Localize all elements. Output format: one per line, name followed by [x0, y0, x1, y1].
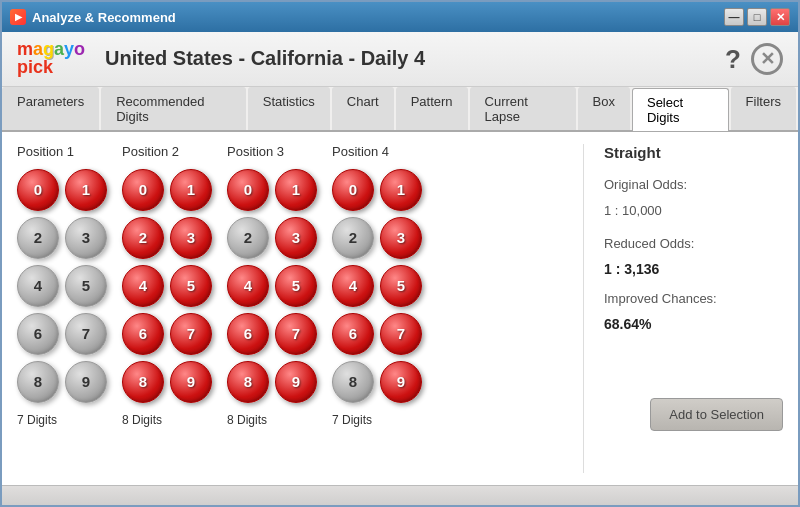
header: magayo pick United States - California -…: [2, 32, 798, 87]
ball-p1-3[interactable]: 3: [65, 217, 107, 259]
add-to-selection-button[interactable]: Add to Selection: [650, 398, 783, 431]
stats-panel: Straight Original Odds: 1 : 10,000 Reduc…: [583, 144, 783, 473]
digits-count-3: 8 Digits: [227, 413, 267, 427]
ball-p3-3[interactable]: 3: [275, 217, 317, 259]
balls-grid-1: 0123456789: [17, 169, 107, 403]
ball-p2-3[interactable]: 3: [170, 217, 212, 259]
ball-p2-0[interactable]: 0: [122, 169, 164, 211]
main-window: ▶ Analyze & Recommend — □ ✕ magayo pick …: [0, 0, 800, 507]
ball-p4-7[interactable]: 7: [380, 313, 422, 355]
ball-p3-7[interactable]: 7: [275, 313, 317, 355]
tab-chart[interactable]: Chart: [332, 87, 394, 130]
ball-p3-4[interactable]: 4: [227, 265, 269, 307]
original-odds-label: Original Odds:: [604, 175, 783, 196]
improved-chances-label: Improved Chances:: [604, 289, 783, 310]
ball-p2-4[interactable]: 4: [122, 265, 164, 307]
tab-parameters[interactable]: Parameters: [2, 87, 99, 130]
ball-p1-8[interactable]: 8: [17, 361, 59, 403]
ball-p4-0[interactable]: 0: [332, 169, 374, 211]
header-icons: ? ✕: [725, 43, 783, 75]
ball-p1-7[interactable]: 7: [65, 313, 107, 355]
position-col-4: Position 401234567897 Digits: [332, 144, 422, 473]
help-button[interactable]: ?: [725, 46, 741, 72]
ball-p1-5[interactable]: 5: [65, 265, 107, 307]
positions-area: Position 101234567897 DigitsPosition 201…: [17, 144, 563, 473]
balls-grid-3: 0123456789: [227, 169, 317, 403]
original-odds-value: 1 : 10,000: [604, 201, 783, 222]
ball-p1-4[interactable]: 4: [17, 265, 59, 307]
tab-bar: ParametersRecommended DigitsStatisticsCh…: [2, 87, 798, 132]
position-label-3: Position 3: [227, 144, 284, 159]
header-close-button[interactable]: ✕: [751, 43, 783, 75]
digits-count-2: 8 Digits: [122, 413, 162, 427]
ball-p4-4[interactable]: 4: [332, 265, 374, 307]
maximize-button[interactable]: □: [747, 8, 767, 26]
ball-p4-1[interactable]: 1: [380, 169, 422, 211]
ball-p2-2[interactable]: 2: [122, 217, 164, 259]
ball-p3-5[interactable]: 5: [275, 265, 317, 307]
ball-p4-8[interactable]: 8: [332, 361, 374, 403]
improved-chances-value: 68.64%: [604, 316, 783, 332]
reduced-odds-value: 1 : 3,136: [604, 261, 783, 277]
ball-p4-5[interactable]: 5: [380, 265, 422, 307]
minimize-button[interactable]: —: [724, 8, 744, 26]
position-label-4: Position 4: [332, 144, 389, 159]
ball-p2-6[interactable]: 6: [122, 313, 164, 355]
app-icon: ▶: [10, 9, 26, 25]
logo: magayo pick: [17, 40, 85, 78]
stats-title: Straight: [604, 144, 783, 161]
tab-current-lapse[interactable]: Current Lapse: [470, 87, 576, 130]
ball-p2-5[interactable]: 5: [170, 265, 212, 307]
reduced-odds-label: Reduced Odds:: [604, 234, 783, 255]
ball-p2-1[interactable]: 1: [170, 169, 212, 211]
window-close-button[interactable]: ✕: [770, 8, 790, 26]
title-bar-left: ▶ Analyze & Recommend: [10, 9, 176, 25]
digits-count-1: 7 Digits: [17, 413, 57, 427]
balls-grid-2: 0123456789: [122, 169, 212, 403]
ball-p3-2[interactable]: 2: [227, 217, 269, 259]
ball-p4-9[interactable]: 9: [380, 361, 422, 403]
tab-select-digits[interactable]: Select Digits: [632, 88, 729, 131]
window-title: Analyze & Recommend: [32, 10, 176, 25]
ball-p3-0[interactable]: 0: [227, 169, 269, 211]
ball-p2-8[interactable]: 8: [122, 361, 164, 403]
ball-p1-6[interactable]: 6: [17, 313, 59, 355]
balls-grid-4: 0123456789: [332, 169, 422, 403]
position-col-3: Position 301234567898 Digits: [227, 144, 317, 473]
ball-p4-3[interactable]: 3: [380, 217, 422, 259]
ball-p1-0[interactable]: 0: [17, 169, 59, 211]
ball-p1-9[interactable]: 9: [65, 361, 107, 403]
main-content: Position 101234567897 DigitsPosition 201…: [2, 132, 798, 485]
digits-count-4: 7 Digits: [332, 413, 372, 427]
position-label-1: Position 1: [17, 144, 74, 159]
tab-pattern[interactable]: Pattern: [396, 87, 468, 130]
ball-p3-6[interactable]: 6: [227, 313, 269, 355]
position-col-2: Position 201234567898 Digits: [122, 144, 212, 473]
position-label-2: Position 2: [122, 144, 179, 159]
ball-p2-9[interactable]: 9: [170, 361, 212, 403]
position-col-1: Position 101234567897 Digits: [17, 144, 107, 473]
tab-statistics[interactable]: Statistics: [248, 87, 330, 130]
status-bar: [2, 485, 798, 505]
game-title: United States - California - Daily 4: [105, 47, 425, 70]
ball-p4-6[interactable]: 6: [332, 313, 374, 355]
ball-p3-8[interactable]: 8: [227, 361, 269, 403]
ball-p3-9[interactable]: 9: [275, 361, 317, 403]
ball-p3-1[interactable]: 1: [275, 169, 317, 211]
title-bar: ▶ Analyze & Recommend — □ ✕: [2, 2, 798, 32]
ball-p1-2[interactable]: 2: [17, 217, 59, 259]
tab-filters[interactable]: Filters: [731, 87, 796, 130]
ball-p4-2[interactable]: 2: [332, 217, 374, 259]
tab-box[interactable]: Box: [578, 87, 630, 130]
ball-p1-1[interactable]: 1: [65, 169, 107, 211]
tab-recommended[interactable]: Recommended Digits: [101, 87, 246, 130]
ball-p2-7[interactable]: 7: [170, 313, 212, 355]
title-bar-controls: — □ ✕: [724, 8, 790, 26]
